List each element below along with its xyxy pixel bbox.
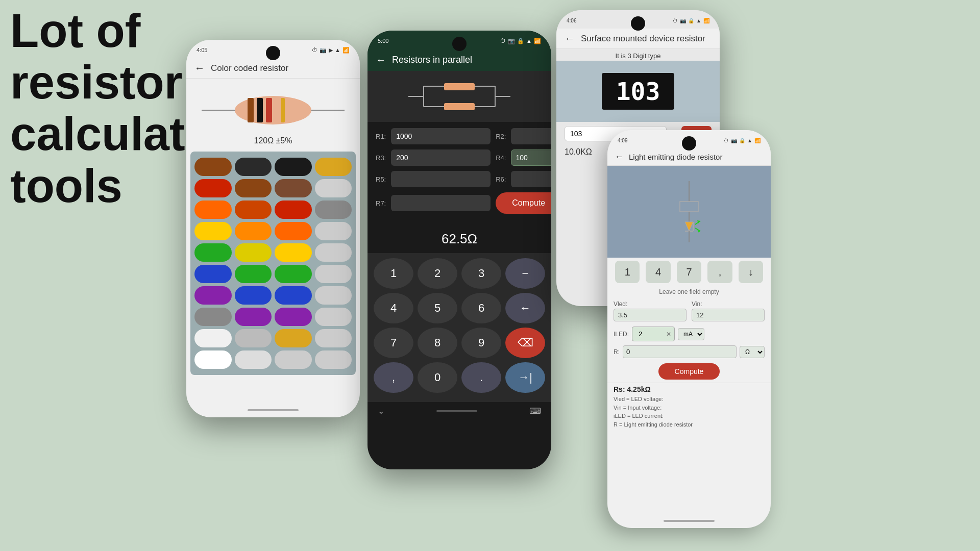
r7-input[interactable] <box>391 195 491 211</box>
phone1-status-icons: ⏱ 📷 ▶ ▲ 📶 <box>312 47 350 54</box>
r4-input[interactable] <box>516 154 551 162</box>
r7-label: R7: <box>376 199 386 207</box>
keyboard-collapse-icon[interactable]: ⌄ <box>378 406 384 416</box>
num-9-button[interactable]: 9 <box>461 328 501 358</box>
color-dot-14[interactable] <box>275 222 312 240</box>
color-dot-31[interactable] <box>315 308 352 326</box>
num-1-button[interactable]: 1 <box>374 258 413 289</box>
parallel-diagram <box>368 71 551 122</box>
color-dot-39[interactable] <box>315 350 352 369</box>
color-dot-11[interactable] <box>315 201 352 219</box>
color-dot-27[interactable] <box>315 286 352 305</box>
color-dot-22[interactable] <box>275 265 312 283</box>
iled-clear-button[interactable]: ✕ <box>666 331 671 338</box>
keyboard-icon[interactable]: ⌨ <box>529 406 541 416</box>
color-dot-16[interactable] <box>194 243 232 262</box>
color-dot-3[interactable] <box>315 158 352 176</box>
color-dot-15[interactable] <box>315 222 352 240</box>
color-dot-6[interactable] <box>275 179 312 197</box>
color-dot-4[interactable] <box>194 179 232 197</box>
color-dot-24[interactable] <box>194 286 232 305</box>
r1-input[interactable] <box>391 128 491 144</box>
led-r-input[interactable] <box>623 345 737 358</box>
led-num-4[interactable]: 4 <box>646 261 670 283</box>
phone3-back-icon[interactable]: ← <box>565 33 575 44</box>
led-collapse-button[interactable]: ↓ <box>739 261 763 283</box>
color-dot-7[interactable] <box>315 179 352 197</box>
vled-input[interactable] <box>614 309 687 321</box>
r2-input[interactable] <box>511 128 551 144</box>
compute-button[interactable]: Compute <box>496 192 551 214</box>
iled-input-container: ✕ <box>632 327 675 341</box>
vin-input[interactable] <box>692 309 765 321</box>
phone3-header: ← Surface mounted device resistor <box>556 29 720 49</box>
color-dot-32[interactable] <box>194 329 232 347</box>
r6-input[interactable] <box>511 171 551 187</box>
r5-label: R5: <box>376 176 386 183</box>
color-dot-26[interactable] <box>275 286 312 305</box>
num-delete-button[interactable]: ⌫ <box>505 328 545 358</box>
led-num-1[interactable]: 1 <box>615 261 640 283</box>
color-dot-28[interactable] <box>194 308 232 326</box>
phone2-bottom-bar <box>436 410 477 412</box>
color-dot-13[interactable] <box>235 222 272 240</box>
color-dot-38[interactable] <box>275 350 312 369</box>
color-dot-18[interactable] <box>275 243 312 262</box>
color-dot-1[interactable] <box>235 158 272 176</box>
color-dot-36[interactable] <box>194 350 232 369</box>
color-dot-9[interactable] <box>235 201 272 219</box>
color-dot-19[interactable] <box>315 243 352 262</box>
color-dot-5[interactable] <box>235 179 272 197</box>
color-dot-10[interactable] <box>275 201 312 219</box>
led-r-select[interactable]: Ω kΩ <box>740 346 765 358</box>
r4-label: R4: <box>496 154 506 162</box>
num-4-button[interactable]: 4 <box>374 293 413 323</box>
iled-unit-select[interactable]: mA A <box>678 328 704 340</box>
color-dot-20[interactable] <box>194 265 232 283</box>
smd-display: 103 <box>556 61 720 122</box>
resistor-svg <box>202 89 345 132</box>
num-5-button[interactable]: 5 <box>418 293 457 323</box>
color-dot-8[interactable] <box>194 201 232 219</box>
num-minus-button[interactable]: − <box>505 258 545 289</box>
color-dot-0[interactable] <box>194 158 232 176</box>
num-6-button[interactable]: 6 <box>461 293 501 323</box>
phone4-back-icon[interactable]: ← <box>615 152 624 162</box>
color-dot-35[interactable] <box>315 329 352 347</box>
r5-input[interactable] <box>391 171 491 187</box>
vled-label: Vled: <box>614 300 687 308</box>
svg-marker-22 <box>685 222 693 231</box>
led-compute-button[interactable]: Compute <box>658 363 720 380</box>
phone2-title: Resistors in parallel <box>392 55 472 65</box>
color-dot-21[interactable] <box>235 265 272 283</box>
color-dot-33[interactable] <box>235 329 272 347</box>
color-dot-30[interactable] <box>275 308 312 326</box>
num-7-button[interactable]: 7 <box>374 328 413 358</box>
color-dot-37[interactable] <box>235 350 272 369</box>
iled-input[interactable] <box>635 328 666 340</box>
iled-row: ILED: ✕ mA A <box>607 324 771 343</box>
vled-group: Vled: <box>614 300 687 321</box>
r3-label: R3: <box>376 154 386 162</box>
num-enter-button[interactable]: →| <box>505 362 545 393</box>
num-backspace-button[interactable]: ← <box>505 293 545 323</box>
r3-input[interactable] <box>391 149 491 166</box>
num-3-button[interactable]: 3 <box>461 258 501 289</box>
color-dot-12[interactable] <box>194 222 232 240</box>
phone2-back-icon[interactable]: ← <box>376 54 386 66</box>
color-dot-29[interactable] <box>235 308 272 326</box>
phone1-back-icon[interactable]: ← <box>194 62 205 74</box>
num-dot-button[interactable]: . <box>461 362 501 393</box>
color-dot-23[interactable] <box>315 265 352 283</box>
color-dot-2[interactable] <box>275 158 312 176</box>
iled-label: ILED: <box>614 331 629 338</box>
color-dot-17[interactable] <box>235 243 272 262</box>
led-num-7[interactable]: 7 <box>677 261 701 283</box>
num-comma-button[interactable]: , <box>374 362 413 393</box>
num-8-button[interactable]: 8 <box>418 328 457 358</box>
color-dot-34[interactable] <box>275 329 312 347</box>
led-num-comma[interactable]: , <box>707 261 732 283</box>
color-dot-25[interactable] <box>235 286 272 305</box>
num-2-button[interactable]: 2 <box>418 258 457 289</box>
num-0-button[interactable]: 0 <box>418 362 457 393</box>
